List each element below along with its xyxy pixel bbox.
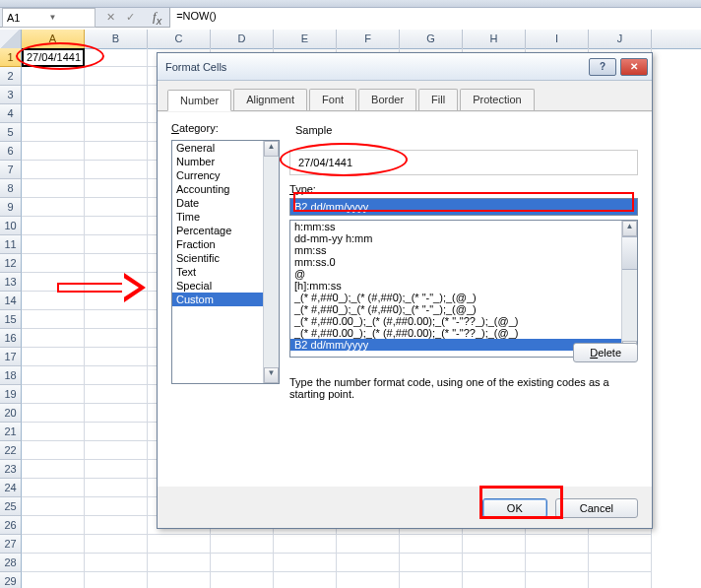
row-header-6[interactable]: 6 [0, 142, 22, 161]
select-all-corner[interactable] [0, 30, 22, 48]
cell[interactable] [337, 554, 400, 572]
col-header-B[interactable]: B [85, 30, 148, 48]
tab-number[interactable]: Number [167, 90, 231, 111]
cell[interactable] [589, 572, 652, 588]
row-header-12[interactable]: 12 [0, 254, 22, 273]
cell[interactable] [22, 86, 85, 104]
row-header-18[interactable]: 18 [0, 366, 22, 385]
cell[interactable] [148, 572, 211, 588]
col-header-C[interactable]: C [148, 30, 211, 48]
cell[interactable] [85, 292, 148, 310]
cell[interactable] [85, 329, 148, 348]
row-header-14[interactable]: 14 [0, 292, 22, 310]
format-item[interactable]: mm:ss.0 [290, 256, 637, 268]
row-header-8[interactable]: 8 [0, 179, 22, 198]
scroll-up-icon[interactable]: ▲ [264, 141, 279, 157]
scrollbar-thumb[interactable] [622, 236, 637, 270]
row-header-10[interactable]: 10 [0, 217, 22, 235]
cell[interactable] [85, 348, 148, 366]
row-header-21[interactable]: 21 [0, 423, 22, 441]
cell[interactable] [85, 161, 148, 179]
row-header-19[interactable]: 19 [0, 385, 22, 404]
cell[interactable] [85, 479, 148, 497]
cell[interactable] [22, 198, 85, 217]
formula-input[interactable]: =NOW() [169, 8, 701, 28]
category-scrollbar[interactable]: ▲ ▼ [263, 141, 279, 383]
cell[interactable] [22, 273, 85, 292]
cell[interactable] [22, 479, 85, 497]
cell[interactable] [22, 104, 85, 123]
cell[interactable] [211, 572, 274, 588]
cell[interactable] [148, 554, 211, 572]
tab-fill[interactable]: Fill [418, 89, 458, 110]
cell[interactable] [22, 404, 85, 423]
cell[interactable] [274, 572, 337, 588]
col-header-D[interactable]: D [211, 30, 274, 48]
tab-border[interactable]: Border [358, 89, 416, 110]
row-header-27[interactable]: 27 [0, 535, 22, 554]
cell[interactable] [463, 572, 526, 588]
format-item[interactable]: @ [290, 268, 637, 280]
cell[interactable] [148, 535, 211, 554]
cell[interactable] [22, 161, 85, 179]
col-header-A[interactable]: A [22, 30, 85, 48]
cell[interactable] [85, 123, 148, 142]
cell[interactable] [85, 423, 148, 441]
tab-protection[interactable]: Protection [460, 89, 535, 110]
cell[interactable] [526, 554, 589, 572]
cell[interactable] [85, 310, 148, 329]
cell[interactable] [22, 441, 85, 460]
row-header-5[interactable]: 5 [0, 123, 22, 142]
cell[interactable] [85, 254, 148, 273]
cell[interactable] [85, 554, 148, 572]
row-header-23[interactable]: 23 [0, 460, 22, 479]
row-header-25[interactable]: 25 [0, 497, 22, 516]
cell[interactable] [85, 48, 148, 67]
row-header-29[interactable]: 29 [0, 572, 22, 588]
scroll-down-icon[interactable]: ▼ [264, 367, 279, 383]
cell[interactable] [85, 217, 148, 235]
cell[interactable] [22, 329, 85, 348]
accept-formula-icon[interactable]: ✓ [123, 11, 137, 24]
cell[interactable] [85, 235, 148, 254]
cell[interactable] [211, 554, 274, 572]
format-item[interactable]: dd-mm-yy h:mm [290, 232, 637, 244]
cell[interactable] [85, 385, 148, 404]
cell[interactable] [22, 423, 85, 441]
row-header-9[interactable]: 9 [0, 198, 22, 217]
format-item[interactable]: _(* #,##0_);_(* (#,##0);_(* "-"_);_(@_) [290, 292, 637, 303]
col-header-I[interactable]: I [526, 30, 589, 48]
format-list[interactable]: h:mm:ssdd-mm-yy h:mmmm:ssmm:ss.0@[h]:mm:… [289, 220, 638, 358]
category-list[interactable]: GeneralNumberCurrencyAccountingDateTimeP… [171, 140, 280, 384]
cell[interactable] [526, 572, 589, 588]
delete-button[interactable]: Delete [573, 343, 638, 362]
cell[interactable] [85, 460, 148, 479]
cell[interactable] [22, 217, 85, 235]
row-header-16[interactable]: 16 [0, 329, 22, 348]
cancel-formula-icon[interactable]: ✕ [103, 11, 117, 24]
cell[interactable] [526, 535, 589, 554]
cell[interactable] [85, 516, 148, 535]
cell[interactable] [337, 572, 400, 588]
dialog-titlebar[interactable]: Format Cells ? ✕ [158, 53, 652, 81]
row-header-2[interactable]: 2 [0, 67, 22, 86]
row-header-11[interactable]: 11 [0, 235, 22, 254]
name-box[interactable]: A1 ▼ [2, 8, 96, 28]
ok-button[interactable]: OK [482, 498, 547, 518]
cell[interactable] [463, 554, 526, 572]
cell[interactable] [85, 273, 148, 292]
row-header-3[interactable]: 3 [0, 86, 22, 104]
cell[interactable] [22, 292, 85, 310]
col-header-G[interactable]: G [400, 30, 463, 48]
cell[interactable] [85, 404, 148, 423]
format-item[interactable]: [h]:mm:ss [290, 280, 637, 292]
close-button[interactable]: ✕ [620, 58, 648, 76]
cell[interactable] [274, 535, 337, 554]
cell[interactable] [22, 310, 85, 329]
cell[interactable] [274, 554, 337, 572]
format-item[interactable]: h:mm:ss [290, 221, 637, 232]
cell[interactable] [22, 67, 85, 86]
row-header-17[interactable]: 17 [0, 348, 22, 366]
cell[interactable] [337, 535, 400, 554]
cell[interactable] [85, 497, 148, 516]
